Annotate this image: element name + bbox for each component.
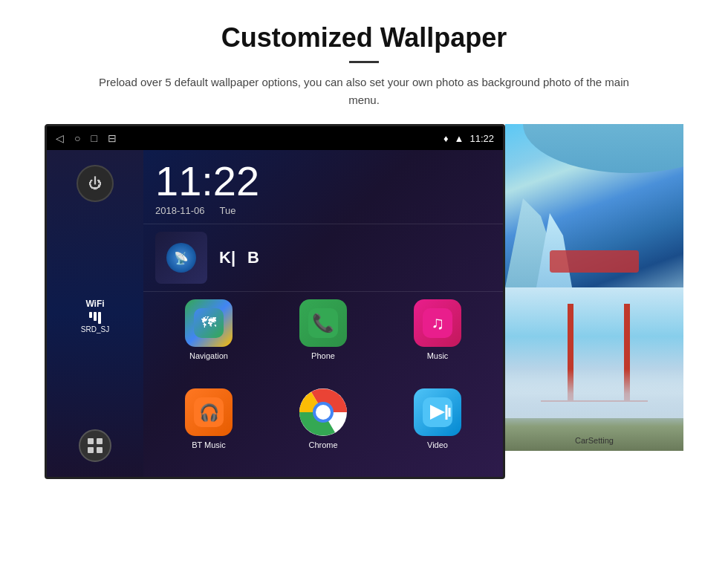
status-bar-left: ◁ ○ □ ⊟ <box>56 132 117 144</box>
header-divider <box>349 61 379 63</box>
wifi-label: WiFi <box>81 299 109 309</box>
clock-date: 2018-11-06 Tue <box>155 205 491 216</box>
grid-dot-2 <box>97 438 103 444</box>
svg-text:🎧: 🎧 <box>199 403 220 423</box>
svg-text:♫: ♫ <box>431 313 444 333</box>
grid-dot-3 <box>88 447 94 453</box>
svg-text:🗺: 🗺 <box>201 314 216 331</box>
clock-time: 11:22 <box>155 160 491 202</box>
phone-label: Phone <box>311 351 335 360</box>
location-icon: ♦ <box>443 133 449 144</box>
btmusic-icon: 🎧 <box>185 388 233 436</box>
page-header: Customized Wallpaper Preload over 5 defa… <box>45 22 683 109</box>
media-label: B <box>247 248 259 267</box>
status-bar: ◁ ○ □ ⊟ ♦ ▲ 11:22 <box>47 126 503 150</box>
device-section: ◁ ○ □ ⊟ ♦ ▲ 11:22 ⏻ WiFi <box>45 124 683 479</box>
chrome-label: Chrome <box>308 440 337 449</box>
ice-small-panel <box>550 250 639 273</box>
app-phone[interactable]: 📞 Phone <box>270 299 377 381</box>
music-icon: ♫ <box>414 299 461 347</box>
apps-grid-button[interactable] <box>79 429 111 462</box>
wifi-status-icon: ▲ <box>455 133 464 144</box>
wallpaper-ice[interactable] <box>505 124 683 287</box>
wallpaper-stack: CarSetting <box>505 124 683 479</box>
svg-text:📞: 📞 <box>312 312 334 333</box>
wifi-bar-2 <box>94 312 97 321</box>
video-label: Video <box>427 440 448 449</box>
header-description: Preload over 5 default wallpaper options… <box>97 74 631 109</box>
recent-nav-icon[interactable]: □ <box>91 132 97 144</box>
fog-layer <box>505 369 683 418</box>
wifi-ssid: SRD_SJ <box>81 325 109 333</box>
main-area: ⏻ WiFi SRD_SJ <box>47 150 503 477</box>
app-chrome[interactable]: Chrome <box>270 388 377 470</box>
clock-day-value: Tue <box>220 205 236 216</box>
carsetting-label: CarSetting <box>575 436 614 445</box>
phone-icon: 📞 <box>299 299 347 347</box>
app-music[interactable]: ♫ Music <box>384 299 491 381</box>
app-navigation[interactable]: 🗺 Navigation <box>155 299 262 381</box>
app-btmusic[interactable]: 🎧 BT Music <box>155 388 262 470</box>
media-prev-button[interactable]: K| <box>219 248 235 267</box>
btmusic-label: BT Music <box>192 440 226 449</box>
media-icons-row: 📡 K| B <box>143 224 503 292</box>
status-bar-right: ♦ ▲ 11:22 <box>443 133 494 144</box>
grid-dot-1 <box>88 438 94 444</box>
music-label: Music <box>427 351 449 360</box>
sidebar: ⏻ WiFi SRD_SJ <box>47 150 143 477</box>
wallpaper-bridge[interactable]: CarSetting <box>505 287 683 451</box>
signal-widget[interactable]: 📡 <box>155 232 207 284</box>
clock-section: 11:22 2018-11-06 Tue <box>143 150 503 224</box>
svg-point-10 <box>316 405 331 420</box>
center-content: 11:22 2018-11-06 Tue 📡 K| B <box>143 150 503 477</box>
navigation-label: Navigation <box>189 351 228 360</box>
wifi-bars <box>81 312 109 324</box>
power-button[interactable]: ⏻ <box>77 165 114 202</box>
navigation-icon: 🗺 <box>185 299 233 347</box>
back-nav-icon[interactable]: ◁ <box>56 132 64 144</box>
home-nav-icon[interactable]: ○ <box>74 132 80 144</box>
page-title: Customized Wallpaper <box>45 22 683 53</box>
grid-dot-4 <box>97 447 103 453</box>
wifi-bar-3 <box>98 312 101 324</box>
video-icon <box>414 388 461 436</box>
signal-icon: 📡 <box>166 243 196 273</box>
clock-date-value: 2018-11-06 <box>155 205 205 216</box>
screen-icon[interactable]: ⊟ <box>108 132 117 144</box>
chrome-icon <box>299 388 347 436</box>
wifi-bar-1 <box>89 312 92 318</box>
app-grid: 🗺 Navigation 📞 <box>143 292 503 477</box>
wifi-section: WiFi SRD_SJ <box>81 299 109 333</box>
page-wrapper: Customized Wallpaper Preload over 5 defa… <box>0 0 728 494</box>
android-screen: ◁ ○ □ ⊟ ♦ ▲ 11:22 ⏻ WiFi <box>45 124 505 479</box>
status-time: 11:22 <box>469 133 494 144</box>
app-video[interactable]: Video <box>384 388 491 470</box>
